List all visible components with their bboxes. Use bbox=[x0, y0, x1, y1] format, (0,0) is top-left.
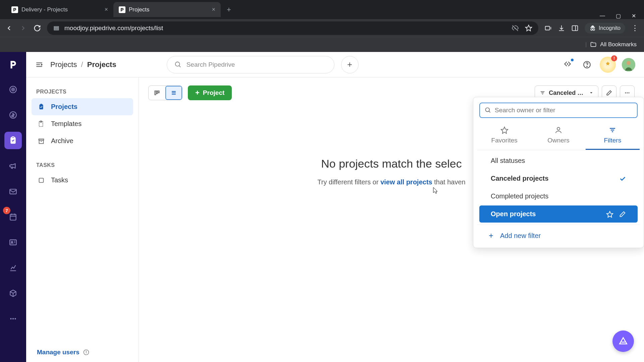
svg-line-63 bbox=[489, 111, 490, 113]
svg-marker-64 bbox=[501, 127, 508, 133]
nav-deals-icon[interactable] bbox=[4, 106, 22, 124]
edit-icon[interactable] bbox=[619, 210, 626, 218]
incognito-label: Incognito bbox=[599, 25, 621, 31]
sidebar-item-tasks[interactable]: Tasks bbox=[32, 172, 133, 189]
nav-more-icon[interactable] bbox=[4, 310, 22, 327]
assistant-icon[interactable]: ! bbox=[600, 57, 616, 73]
app-logo[interactable] bbox=[5, 57, 21, 73]
breadcrumb: Projects / Projects bbox=[50, 60, 116, 69]
nav-activities-icon[interactable]: 7 bbox=[4, 208, 22, 226]
browser-toolbar: moodjoy.pipedrive.com/projects/list Inco… bbox=[0, 19, 644, 37]
chrome-menu-icon[interactable]: ⋮ bbox=[631, 24, 639, 33]
breadcrumb-current: Projects bbox=[87, 60, 116, 69]
popover-search-input[interactable] bbox=[495, 107, 632, 114]
global-search[interactable]: Search Pipedrive bbox=[167, 56, 334, 73]
nav-contacts-icon[interactable] bbox=[4, 234, 22, 251]
svg-point-49 bbox=[86, 351, 86, 351]
manage-users-link[interactable]: Manage users bbox=[37, 349, 79, 356]
site-settings-icon[interactable] bbox=[53, 25, 60, 32]
back-button[interactable] bbox=[5, 24, 13, 32]
help-icon[interactable] bbox=[580, 58, 594, 71]
nav-campaigns-icon[interactable] bbox=[4, 157, 22, 175]
user-avatar[interactable] bbox=[622, 58, 635, 71]
sidebar-item-projects[interactable]: Projects bbox=[32, 98, 133, 115]
quick-add-button[interactable]: + bbox=[341, 56, 359, 73]
add-new-filter-button[interactable]: + Add new filter bbox=[477, 225, 640, 244]
clipboard-check-icon bbox=[37, 103, 46, 111]
svg-point-36 bbox=[587, 66, 587, 67]
svg-rect-4 bbox=[545, 26, 550, 30]
svg-rect-1 bbox=[54, 28, 58, 29]
popover-search[interactable] bbox=[479, 103, 638, 118]
address-bar[interactable]: moodjoy.pipedrive.com/projects/list bbox=[47, 21, 538, 35]
close-icon[interactable]: × bbox=[104, 6, 108, 13]
filter-option-label: All statuses bbox=[491, 157, 525, 165]
filter-option-canceled[interactable]: Canceled projects bbox=[479, 170, 638, 187]
media-icon[interactable] bbox=[544, 24, 552, 32]
minimize-icon[interactable]: — bbox=[600, 13, 605, 19]
empty-state-sub-suffix: that haven bbox=[432, 178, 466, 186]
svg-rect-52 bbox=[158, 91, 159, 93]
search-icon bbox=[174, 61, 182, 68]
filter-option-all[interactable]: All statuses bbox=[479, 152, 638, 169]
eye-off-icon[interactable] bbox=[512, 24, 519, 32]
browser-tab-active[interactable]: P Projects × bbox=[113, 2, 221, 17]
sidebar-item-archive[interactable]: Archive bbox=[32, 132, 133, 149]
maximize-icon[interactable]: ▢ bbox=[616, 13, 621, 19]
new-project-button[interactable]: + Project bbox=[188, 85, 232, 100]
nav-products-icon[interactable] bbox=[4, 285, 22, 302]
view-toggle-list[interactable] bbox=[165, 86, 182, 100]
svg-point-34 bbox=[567, 63, 568, 64]
svg-point-27 bbox=[12, 318, 14, 319]
filter-option-open[interactable]: Open projects bbox=[479, 205, 638, 223]
filter-option-completed[interactable]: Completed projects bbox=[479, 188, 638, 205]
info-icon[interactable] bbox=[83, 349, 90, 356]
close-window-icon[interactable]: ✕ bbox=[632, 13, 636, 19]
sidebar-item-templates[interactable]: Templates bbox=[32, 115, 133, 132]
popover-tab-owners[interactable]: Owners bbox=[531, 123, 585, 150]
svg-rect-0 bbox=[54, 26, 58, 27]
popover-tabs: Favorites Owners Filters bbox=[477, 123, 640, 150]
nav-insights-icon[interactable] bbox=[4, 259, 22, 277]
archive-icon bbox=[37, 137, 46, 145]
new-project-label: Project bbox=[203, 89, 224, 97]
marketplace-icon[interactable] bbox=[561, 58, 574, 71]
filter-icon bbox=[540, 90, 545, 96]
svg-point-59 bbox=[625, 93, 626, 94]
all-bookmarks-link[interactable]: All Bookmarks bbox=[600, 41, 637, 48]
favorite-star-icon[interactable] bbox=[606, 210, 613, 218]
nav-projects-icon[interactable] bbox=[4, 132, 22, 149]
popover-tab-favorites[interactable]: Favorites bbox=[477, 123, 531, 150]
view-all-projects-link[interactable]: view all projects bbox=[380, 178, 432, 186]
folder-icon bbox=[590, 41, 597, 48]
svg-rect-44 bbox=[39, 140, 44, 143]
breadcrumb-root[interactable]: Projects bbox=[50, 60, 77, 69]
svg-rect-15 bbox=[12, 137, 14, 138]
reload-button[interactable] bbox=[34, 24, 41, 32]
close-icon[interactable]: × bbox=[212, 6, 215, 13]
plus-icon: + bbox=[195, 88, 200, 97]
popover-tab-label: Filters bbox=[604, 137, 621, 144]
svg-rect-21 bbox=[10, 240, 16, 245]
popover-tab-label: Favorites bbox=[491, 137, 518, 144]
help-fab[interactable] bbox=[612, 330, 634, 352]
tab-favicon: P bbox=[11, 6, 18, 13]
popover-tab-label: Owners bbox=[547, 137, 569, 144]
panel-icon[interactable] bbox=[571, 24, 579, 32]
popover-tab-filters[interactable]: Filters bbox=[586, 123, 640, 150]
nav-mail-icon[interactable] bbox=[4, 183, 22, 200]
nav-leads-icon[interactable] bbox=[4, 81, 22, 98]
sidebar-toggle-icon[interactable] bbox=[35, 60, 44, 69]
svg-point-12 bbox=[13, 89, 13, 90]
browser-tab[interactable]: P Delivery - Projects × bbox=[6, 2, 113, 17]
bookmark-star-icon[interactable] bbox=[525, 24, 532, 32]
downloads-icon[interactable] bbox=[558, 24, 565, 32]
svg-rect-5 bbox=[572, 25, 578, 31]
check-icon bbox=[619, 175, 626, 182]
view-toggle-board[interactable] bbox=[149, 86, 165, 100]
plus-icon: + bbox=[489, 231, 493, 240]
forward-button[interactable] bbox=[19, 24, 27, 32]
svg-line-33 bbox=[179, 65, 180, 67]
new-tab-button[interactable]: + bbox=[221, 5, 237, 14]
view-toggle bbox=[148, 85, 182, 100]
